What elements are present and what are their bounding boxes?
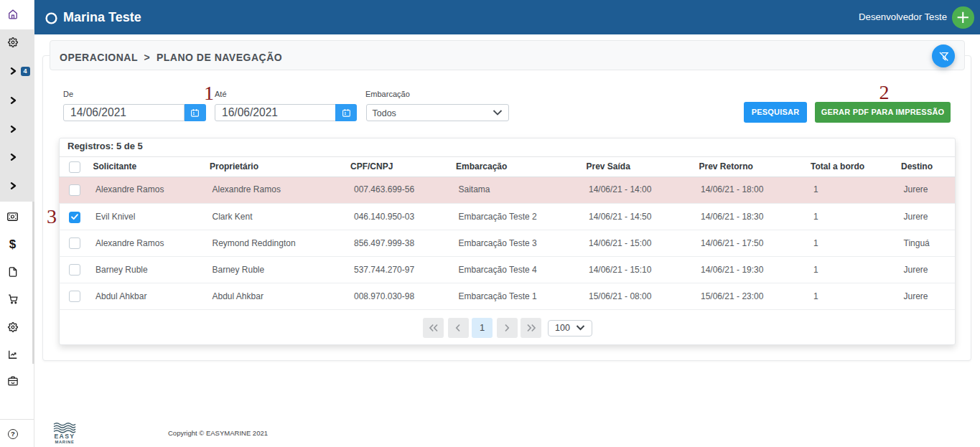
svg-text:MARINE: MARINE: [55, 440, 74, 444]
svg-text:EASY: EASY: [54, 433, 75, 440]
